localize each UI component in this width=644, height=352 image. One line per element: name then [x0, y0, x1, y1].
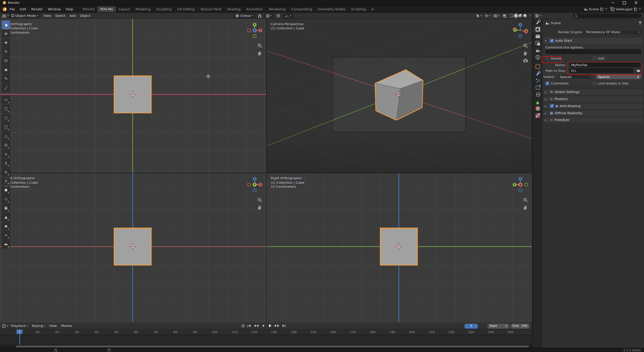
timeline-track-area[interactable] — [0, 335, 532, 344]
tool-add-text[interactable]: A — [2, 168, 10, 176]
tool-add-superellipsoid[interactable]: ▣ — [2, 204, 10, 212]
shading-material-button[interactable] — [519, 14, 522, 18]
tool-measure[interactable]: ╱ — [2, 84, 10, 92]
minimize-button[interactable] — [607, 0, 619, 5]
zoom-icon[interactable] — [523, 43, 528, 48]
tool-add-rainbow[interactable]: ∩ — [2, 177, 10, 185]
tool-add-box[interactable]: ▢ — [2, 105, 10, 113]
next-keyframe-button[interactable] — [274, 323, 280, 328]
mode-dropdown[interactable]: Object Mode — [10, 13, 41, 18]
playhead-handle[interactable]: 1 — [16, 329, 22, 334]
editor-type-caret-icon[interactable] — [7, 14, 9, 18]
auto-start-panel-header[interactable]: Auto Start — [543, 38, 643, 43]
pan-hand-icon[interactable] — [257, 205, 262, 210]
properties-tab-particles[interactable] — [533, 77, 543, 84]
properties-tab-constraints[interactable] — [533, 91, 543, 98]
navigation-gizmo[interactable]: Z Y X — [511, 175, 530, 194]
pin-icon[interactable] — [638, 21, 642, 25]
editor-type-timeline-icon[interactable] — [2, 324, 6, 328]
panel-freestyle[interactable]: ≈ Freestyle — [543, 117, 643, 123]
timeline-menu-marker[interactable]: Marker — [59, 324, 74, 328]
zoom-icon[interactable] — [523, 197, 528, 203]
tool-add-heightfield[interactable]: ▲ — [2, 213, 10, 222]
panel-photons[interactable]: ⊙ Photons — [543, 96, 643, 102]
panel-global-settings[interactable]: ⚙ Global Settings — [543, 90, 643, 95]
tool-add-torus[interactable]: ◎ — [2, 141, 10, 149]
tool-scale[interactable]: ⊡ — [2, 57, 10, 65]
play-reverse-button[interactable] — [260, 323, 266, 328]
timeline-ruler[interactable]: 1020304050607080901001101201301401501601… — [0, 329, 532, 335]
unlink-scene-icon[interactable]: ✕ — [605, 7, 608, 11]
properties-tab-physics[interactable] — [533, 84, 543, 91]
properties-tab-view-layer[interactable] — [533, 40, 543, 47]
editor-type-caret-icon[interactable] — [540, 14, 541, 18]
jump-to-end-button[interactable] — [281, 323, 287, 328]
shading-dropdown-icon[interactable] — [530, 14, 531, 18]
timeline-menu-keying[interactable]: Keying — [30, 324, 47, 328]
menu-window[interactable]: Window — [45, 6, 63, 12]
frame-end-field[interactable]: End 250 — [510, 324, 529, 329]
workspace-tab-geometry-nodes[interactable]: Geometry Nodes — [315, 6, 348, 12]
tool-add-blob[interactable]: ● — [2, 186, 10, 194]
tool-select-box[interactable]: ▲ — [2, 21, 10, 29]
prev-keyframe-button[interactable] — [253, 323, 259, 328]
auto-start-checkbox[interactable] — [550, 39, 554, 42]
pan-hand-icon[interactable] — [523, 51, 528, 56]
menu-help[interactable]: Help — [63, 6, 75, 12]
viewport-menu-view[interactable]: View — [41, 13, 53, 19]
viewport-right-orthographic[interactable]: Right Orthographic (1) Collection | Cube… — [267, 173, 532, 323]
xray-toggle[interactable] — [502, 14, 507, 18]
shading-rendered-button[interactable] — [523, 14, 527, 18]
workspace-tab-shading[interactable]: Shading — [224, 6, 244, 12]
tool-cursor[interactable]: ⊕ — [2, 29, 10, 38]
maximize-button[interactable] — [619, 0, 630, 5]
editor-type-caret-icon[interactable] — [7, 324, 8, 328]
remove-viewlayer-icon[interactable]: ✕ — [638, 7, 641, 11]
proportional-editing-toggle[interactable] — [275, 14, 281, 18]
snap-magnet-toggle[interactable] — [257, 14, 262, 18]
tool-add-isosurface[interactable]: ◇ — [2, 195, 10, 203]
tool-add-parametric[interactable]: ≈ — [2, 231, 10, 240]
tool-transform[interactable]: ◉ — [2, 66, 10, 74]
navigation-gizmo[interactable]: Z X Y — [511, 21, 530, 39]
blender-logo-icon[interactable] — [3, 7, 7, 11]
auto-keying-toggle[interactable] — [242, 324, 245, 327]
properties-tab-object[interactable] — [533, 63, 543, 70]
navigation-gizmo[interactable]: Y X Z — [246, 21, 264, 39]
overlays-dropdown[interactable] — [493, 14, 501, 18]
render-engine-dropdown[interactable]: Persistence Of Vision — [584, 30, 641, 35]
timeline-menu-playback[interactable]: Playback — [9, 324, 30, 328]
tool-add-cone[interactable]: △ — [2, 132, 10, 140]
workspace-tab-texture-paint[interactable]: Texture Paint — [197, 6, 224, 12]
properties-tab-tool[interactable] — [533, 19, 543, 26]
tool-annotate[interactable]: ✎ — [2, 75, 10, 83]
tool-rotate[interactable]: ↻ — [2, 48, 10, 56]
navigation-gizmo[interactable]: Z X Y — [246, 175, 264, 194]
timeline-menu-view[interactable]: View — [47, 324, 59, 328]
tool-add-polygon[interactable]: ◆ — [2, 222, 10, 231]
properties-tab-world[interactable] — [533, 54, 543, 61]
properties-tab-modifiers[interactable] — [533, 70, 543, 77]
workspace-tab-pov-mo[interactable]: POV-Mo — [97, 6, 116, 12]
copy-viewlayer-icon[interactable] — [634, 7, 637, 11]
shading-wireframe-button[interactable] — [510, 14, 513, 18]
falloff-dropdown[interactable] — [283, 13, 293, 18]
comments-checkbox[interactable] — [545, 81, 549, 85]
viewport-menu-add[interactable]: Add — [67, 13, 78, 19]
edit-checkbox[interactable] — [593, 56, 596, 60]
panel-anti-aliasing[interactable]: ◉ Anti-Aliasing — [543, 103, 643, 109]
workspace-tab-rendering[interactable]: Rendering — [266, 6, 289, 12]
menu-file[interactable]: File — [7, 6, 17, 12]
workspace-tab-layout[interactable]: Layout — [116, 6, 133, 12]
viewport-front-orthographic[interactable]: Front Orthographic (1) Collection | Cube… — [0, 173, 266, 323]
add-workspace-button[interactable]: + — [369, 7, 377, 11]
properties-tab-render[interactable] — [533, 26, 543, 33]
frame-start-field[interactable]: Start 1 — [488, 324, 509, 329]
tool-add-spring[interactable]: § — [2, 159, 10, 167]
menu-render[interactable]: Render — [29, 6, 45, 12]
workspace-tab-sculpting[interactable]: Sculpting — [153, 6, 175, 12]
tool-add-cylinder[interactable]: □ — [2, 123, 10, 131]
workspace-tab-pov-ed[interactable]: POV-Ed — [80, 6, 97, 12]
gizmos-dropdown[interactable] — [484, 14, 491, 18]
tool-add-lathe[interactable]: ∪ — [2, 150, 10, 158]
